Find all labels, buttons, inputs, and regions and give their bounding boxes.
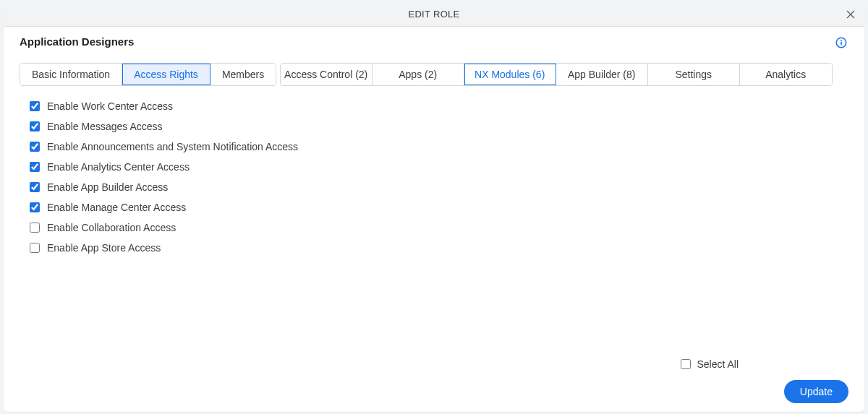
update-button[interactable]: Update (784, 380, 848, 403)
info-icon (835, 36, 848, 49)
modal-title: EDIT ROLE (408, 9, 459, 20)
permission-label: Enable Work Center Access (47, 100, 173, 112)
permission-label: Enable App Store Access (47, 242, 161, 254)
permission-checkbox[interactable] (30, 182, 40, 192)
permission-label: Enable Manage Center Access (47, 202, 186, 213)
modal-body: Application Designers Basic Information … (4, 27, 864, 412)
permission-item[interactable]: Enable Messages Access (30, 116, 848, 137)
select-all-checkbox[interactable] (681, 359, 691, 369)
svg-point-4 (841, 40, 842, 41)
subtab-analytics[interactable]: Analytics (740, 64, 832, 85)
permission-checkbox[interactable] (30, 142, 40, 152)
modal-header: EDIT ROLE (4, 2, 864, 27)
edit-role-modal: EDIT ROLE Application Designers Basic In… (4, 2, 864, 412)
close-button[interactable] (843, 7, 859, 22)
main-tabs: Basic Information Access Rights Members (20, 63, 276, 86)
role-name-row: Application Designers (20, 34, 848, 48)
subtab-access-control[interactable]: Access Control (2) (281, 64, 373, 85)
permission-checkbox[interactable] (30, 121, 40, 131)
subtab-app-builder[interactable]: App Builder (8) (556, 64, 648, 85)
sub-tabs: Access Control (2) Apps (2) NX Modules (… (280, 63, 833, 86)
permission-list: Enable Work Center Access Enable Message… (20, 96, 848, 258)
tab-basic-information[interactable]: Basic Information (20, 64, 122, 85)
modal-footer: Select All Update (681, 358, 848, 403)
permission-item[interactable]: Enable Announcements and System Notifica… (30, 137, 848, 157)
info-button[interactable] (834, 35, 848, 50)
permission-item[interactable]: Enable Collaboration Access (30, 217, 848, 238)
permission-item[interactable]: Enable Analytics Center Access (30, 157, 848, 177)
subtab-settings[interactable]: Settings (648, 64, 740, 85)
permission-checkbox[interactable] (30, 243, 40, 253)
permission-checkbox[interactable] (30, 101, 40, 111)
subtab-nx-modules[interactable]: NX Modules (6) (464, 64, 556, 85)
permission-checkbox[interactable] (30, 162, 40, 172)
permission-label: Enable Collaboration Access (47, 222, 176, 233)
tab-members[interactable]: Members (210, 64, 276, 85)
role-name: Application Designers (20, 35, 134, 48)
permission-label: Enable Announcements and System Notifica… (47, 141, 298, 152)
permission-checkbox[interactable] (30, 223, 40, 233)
select-all-label: Select All (697, 358, 739, 370)
permission-label: Enable Messages Access (47, 121, 163, 132)
tab-access-rights[interactable]: Access Rights (122, 64, 210, 85)
permission-item[interactable]: Enable App Store Access (30, 238, 848, 258)
permission-item[interactable]: Enable App Builder Access (30, 177, 848, 197)
subtab-apps[interactable]: Apps (2) (373, 64, 464, 85)
permission-label: Enable App Builder Access (47, 181, 168, 193)
permission-item[interactable]: Enable Work Center Access (30, 96, 848, 116)
close-icon (845, 9, 856, 20)
permission-label: Enable Analytics Center Access (47, 161, 190, 173)
permission-checkbox[interactable] (30, 202, 40, 212)
permission-item[interactable]: Enable Manage Center Access (30, 197, 848, 217)
select-all-row[interactable]: Select All (681, 358, 739, 370)
